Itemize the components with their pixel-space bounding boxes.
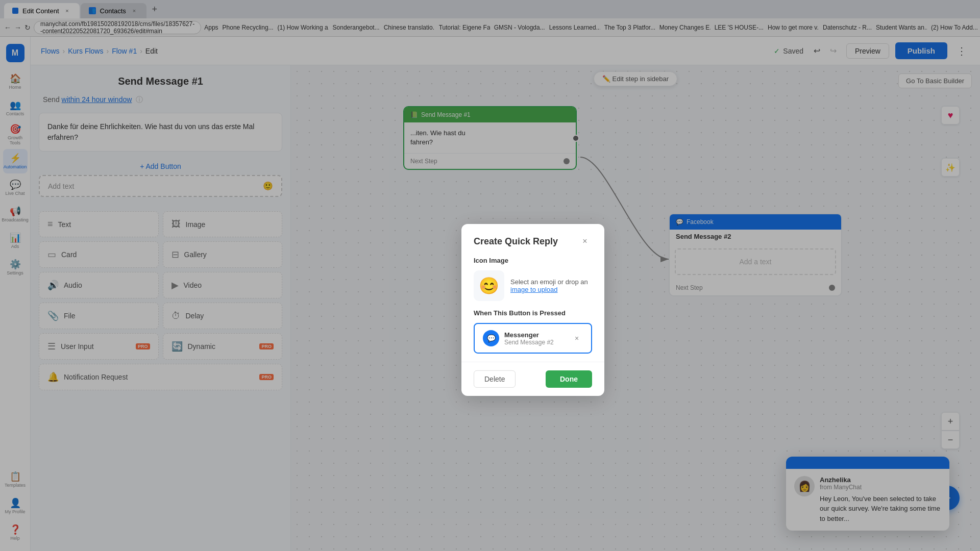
modal-header: Create Quick Reply × bbox=[461, 224, 604, 257]
icon-upload-row: 😊 Select an emoji or drop an image to up… bbox=[474, 270, 592, 301]
modal-when-pressed-section: When This Button is Pressed 💬 Messenger … bbox=[461, 309, 604, 362]
icon-upload-text: Select an emoji or drop an image to uplo… bbox=[510, 278, 588, 293]
upload-link[interactable]: image to upload bbox=[510, 286, 558, 293]
messenger-remove-button[interactable]: × bbox=[571, 332, 583, 344]
modal-footer: Delete Done bbox=[461, 362, 604, 396]
delete-button[interactable]: Delete bbox=[474, 370, 516, 388]
messenger-icon: 💬 bbox=[483, 330, 499, 346]
upload-text: Select an emoji or drop an bbox=[510, 278, 588, 286]
modal-icon-section: Icon Image 😊 Select an emoji or drop an … bbox=[461, 257, 604, 309]
messenger-item[interactable]: 💬 Messenger Send Message #2 × bbox=[474, 323, 592, 354]
emoji-placeholder: 😊 bbox=[479, 276, 499, 295]
when-pressed-label: When This Button is Pressed bbox=[474, 309, 592, 317]
messenger-logo: 💬 bbox=[487, 334, 496, 342]
done-button[interactable]: Done bbox=[546, 370, 592, 388]
modal-close-button[interactable]: × bbox=[578, 234, 592, 248]
messenger-name: Messenger bbox=[504, 331, 566, 338]
modal-overlay[interactable]: Create Quick Reply × Icon Image 😊 Select… bbox=[0, 0, 980, 551]
create-quick-reply-modal: Create Quick Reply × Icon Image 😊 Select… bbox=[461, 224, 604, 396]
icon-upload-area[interactable]: 😊 bbox=[474, 270, 504, 301]
icon-image-label: Icon Image bbox=[474, 257, 592, 264]
messenger-info: Messenger Send Message #2 bbox=[504, 331, 566, 345]
modal-title: Create Quick Reply bbox=[474, 236, 558, 246]
messenger-step: Send Message #2 bbox=[504, 338, 566, 345]
